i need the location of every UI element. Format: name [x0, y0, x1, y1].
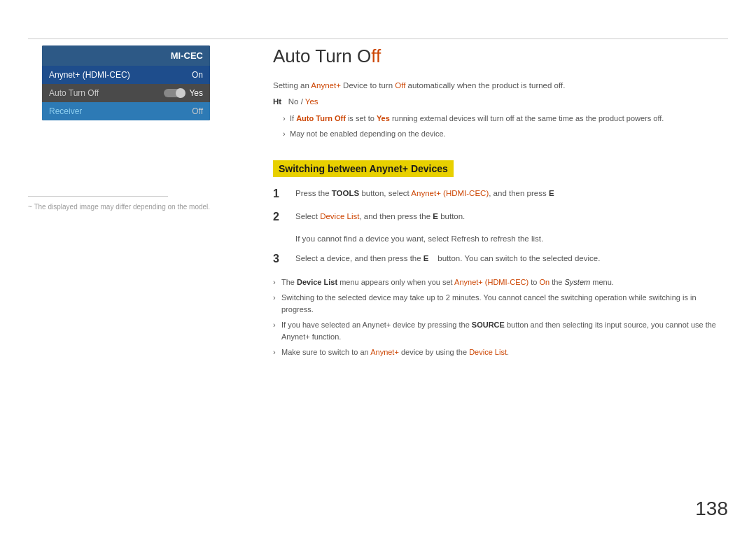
page-title: Auto Turn Off	[273, 45, 728, 67]
step-3-number: 3	[273, 252, 290, 267]
anynet-note1-link: Anynet+ (HDMI-CEC)	[454, 278, 528, 286]
step-2-content: Select Device List, and then press the E…	[295, 210, 465, 223]
right-panel: Auto Turn Off Setting an Anynet+ Device …	[273, 45, 728, 363]
bullet-list: If Auto Turn Off is set to Yes running e…	[283, 113, 728, 139]
source-btn: SOURCE	[472, 321, 505, 329]
step-1-number: 1	[273, 187, 290, 202]
left-panel: MI-CEC Anynet+ (HDMI-CEC) On Auto Turn O…	[28, 45, 252, 120]
bullet-item-1: If Auto Turn Off is set to Yes running e…	[283, 113, 728, 125]
off-intro-link: Off	[395, 81, 405, 90]
menu-box: MI-CEC Anynet+ (HDMI-CEC) On Auto Turn O…	[42, 45, 210, 120]
step-2-number: 2	[273, 210, 290, 225]
auto-turn-off-link: Auto Turn Off	[296, 114, 346, 122]
disclaimer-text: ~ The displayed image may differ dependi…	[28, 203, 210, 211]
top-divider	[28, 38, 728, 39]
step-3: 3 Select a device, and then press the E …	[273, 252, 728, 267]
anynet-label: Anynet+ (HDMI-CEC)	[49, 70, 130, 80]
menu-row-autoturn[interactable]: Auto Turn Off Yes	[42, 84, 210, 102]
section-heading-wrapper: Switching between Anynet+ Devices	[273, 149, 728, 187]
step-2-subnote: If you cannot find a device you want, se…	[295, 233, 728, 245]
page-number: 138	[695, 498, 728, 520]
left-divider	[28, 196, 168, 197]
on-val: On	[539, 278, 550, 286]
note-3: If you have selected an Anynet+ device b…	[273, 319, 728, 342]
e-btn-3: E	[424, 254, 429, 262]
device-list-link-1: Device List	[320, 212, 359, 220]
notes-section: The Device List menu appears only when y…	[273, 276, 728, 358]
anynet-step1-link: Anynet+ (HDMI-CEC)	[411, 189, 489, 197]
autoturn-value: Yes	[189, 88, 203, 98]
bullet-item-2: May not be enabled depending on the devi…	[283, 128, 728, 140]
yes-val-2: Yes	[377, 114, 390, 122]
step-3-content: Select a device, and then press the E bu…	[295, 252, 600, 265]
intro-text: Setting an Anynet+ Device to turn Off au…	[273, 80, 728, 92]
receiver-value: Off	[192, 106, 203, 116]
note-2: Switching to the selected device may tak…	[273, 292, 728, 315]
menu-row-anynet[interactable]: Anynet+ (HDMI-CEC) On	[42, 66, 210, 84]
anynet-value: On	[192, 70, 203, 80]
system-link: System	[565, 278, 591, 286]
menu-header: MI-CEC	[42, 45, 210, 66]
e-btn-2: E	[433, 212, 438, 220]
device-list-bold-1: Device List	[297, 278, 337, 286]
step-2: 2 Select Device List, and then press the…	[273, 210, 728, 225]
tools-btn: TOOLS	[332, 189, 359, 197]
menu-row-receiver[interactable]: Receiver Off	[42, 102, 210, 120]
yes-val: Yes	[305, 97, 318, 106]
title-highlight: ff	[371, 45, 381, 66]
autoturn-label: Auto Turn Off	[49, 88, 99, 98]
autoturn-control: Yes	[160, 88, 203, 98]
e-btn-1: E	[549, 189, 554, 197]
no-val: No	[288, 97, 299, 106]
device-list-red: Device List	[469, 348, 507, 356]
section-heading: Switching between Anynet+ Devices	[273, 160, 454, 177]
toggle-slider-icon	[164, 89, 185, 97]
setting-line: Ht No / Yes	[273, 97, 728, 106]
anynet-intro-link: Anynet+	[311, 81, 341, 90]
receiver-label: Receiver	[49, 106, 82, 116]
note-1: The Device List menu appears only when y…	[273, 276, 728, 288]
anynet-plus-link: Anynet+	[370, 348, 399, 356]
numbered-list: 1 Press the TOOLS button, select Anynet+…	[273, 187, 728, 267]
ht-label: Ht	[273, 97, 281, 106]
note-4: Make sure to switch to an Anynet+ device…	[273, 346, 728, 358]
step-1-content: Press the TOOLS button, select Anynet+ (…	[295, 187, 554, 199]
step-1: 1 Press the TOOLS button, select Anynet+…	[273, 187, 728, 202]
refresh-link: Refresh	[451, 234, 479, 243]
